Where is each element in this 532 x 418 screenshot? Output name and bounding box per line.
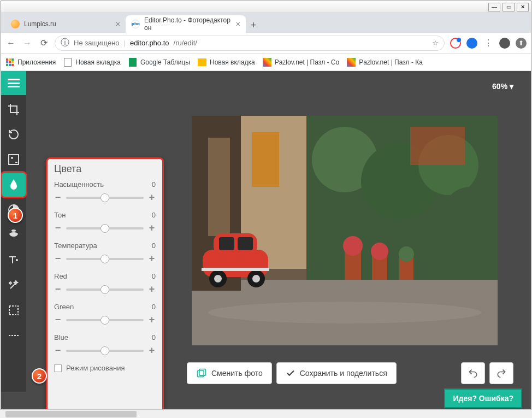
colors-tool[interactable] [2, 173, 26, 197]
slider-value: 0 [152, 242, 156, 250]
svg-rect-25 [238, 237, 253, 250]
bookmark-item[interactable]: Pazlov.net | Пазл - Ка [347, 58, 423, 67]
slider-label: Температура [54, 242, 97, 250]
change-photo-button[interactable]: Сменить фото [187, 362, 272, 384]
address-bar: ← → ⟳ ⓘ Не защищено | editor.pho.to/ru/e… [1, 33, 531, 54]
menu-dots-icon[interactable]: ⋮ [483, 38, 494, 49]
new-tab-button[interactable]: + [246, 17, 261, 33]
text-tool[interactable] [2, 248, 26, 272]
svg-point-31 [208, 302, 481, 323]
slider-value: 0 [152, 272, 156, 280]
menu-button[interactable] [1, 71, 26, 95]
tab-lumpics[interactable]: Lumpics.ru × [5, 15, 126, 33]
url-field[interactable]: ⓘ Не защищено | editor.pho.to/ru/edit/ ☆ [55, 36, 445, 51]
frame-tool[interactable] [2, 298, 26, 322]
minus-button[interactable]: − [54, 345, 62, 356]
scrollbar-thumb[interactable] [5, 411, 137, 417]
bookmark-item[interactable]: Новая вкладка [198, 58, 255, 67]
minus-button[interactable]: − [54, 192, 62, 203]
svg-point-19 [343, 236, 363, 256]
svg-point-20 [371, 243, 388, 260]
plus-button[interactable]: + [148, 314, 156, 326]
undo-button[interactable] [461, 362, 485, 384]
slider-thumb[interactable] [101, 285, 109, 294]
slider-thumb[interactable] [101, 224, 109, 233]
saturation-slider[interactable] [66, 197, 144, 199]
plus-button[interactable]: + [148, 222, 156, 234]
svg-rect-3 [9, 306, 18, 315]
bookmark-item[interactable]: Pazlov.net | Пазл - Со [263, 58, 339, 67]
hue-slider[interactable] [66, 227, 144, 229]
drawing-mode-checkbox[interactable] [54, 364, 62, 372]
hamburger-icon [8, 79, 20, 87]
svg-rect-30 [202, 268, 269, 271]
slider-thumb[interactable] [101, 346, 109, 355]
save-share-button[interactable]: Сохранить и поделиться [276, 362, 397, 384]
photo-canvas[interactable] [192, 116, 498, 345]
effects-tool[interactable] [2, 273, 26, 297]
callout-marker-2: 2 [32, 368, 47, 384]
stickers-tool[interactable] [2, 223, 26, 247]
exposure-tool[interactable] [2, 148, 26, 172]
minus-button[interactable]: − [54, 222, 62, 234]
bookmarks-bar: Приложения Новая вкладка Google Таблицы … [1, 54, 531, 71]
profile-avatar-icon[interactable] [499, 38, 510, 49]
canvas-area [165, 82, 513, 357]
slider-label: Red [54, 272, 67, 280]
green-slider[interactable] [66, 319, 144, 321]
minus-button[interactable]: − [54, 253, 62, 264]
upload-extension-icon[interactable]: ⬆ [516, 38, 527, 49]
bookmark-star-icon[interactable]: ☆ [432, 39, 439, 47]
more-tool[interactable] [2, 323, 26, 348]
horizontal-scrollbar[interactable] [0, 409, 532, 418]
minus-button[interactable]: − [54, 284, 62, 295]
slider-thumb[interactable] [101, 255, 109, 263]
slider-label: Green [54, 303, 74, 311]
reload-button[interactable]: ⟳ [38, 38, 49, 49]
svg-point-27 [214, 275, 222, 282]
browser-tabstrip: Lumpics.ru × pho Editor.Pho.to - Фоторед… [1, 13, 531, 33]
redo-button[interactable] [489, 362, 513, 384]
close-icon[interactable]: × [236, 20, 240, 28]
url-host: editor.pho.to [130, 39, 169, 47]
bookmark-item[interactable]: Новая вкладка [63, 58, 121, 67]
red-slider[interactable] [66, 289, 144, 291]
window-close-button[interactable]: ✕ [517, 3, 529, 11]
blue-slider[interactable] [66, 350, 144, 352]
rotate-tool[interactable] [2, 122, 26, 146]
slider-thumb[interactable] [101, 316, 109, 325]
undo-redo-group [461, 362, 513, 384]
apps-button[interactable]: Приложения [5, 58, 56, 67]
plus-button[interactable]: + [148, 253, 156, 264]
back-button[interactable]: ← [5, 38, 16, 49]
temperature-slider[interactable] [66, 258, 144, 260]
photos-icon [196, 368, 207, 379]
plus-button[interactable]: + [148, 345, 156, 356]
plus-button[interactable]: + [148, 192, 156, 203]
slider-thumb[interactable] [101, 193, 109, 202]
svg-point-2 [11, 229, 16, 232]
tab-editor[interactable]: pho Editor.Pho.to - Фоторедактор он × [126, 15, 246, 33]
svg-rect-9 [252, 132, 279, 187]
window-titlebar: — ▭ ✕ [1, 1, 531, 13]
close-icon[interactable]: × [116, 20, 120, 28]
forward-button[interactable]: → [22, 38, 33, 49]
callout-marker-1: 1 [8, 208, 23, 223]
window-maximize-button[interactable]: ▭ [503, 3, 515, 11]
svg-rect-24 [219, 237, 234, 250]
slider-label: Blue [54, 333, 68, 342]
check-icon [286, 368, 295, 378]
bookmark-item[interactable]: Google Таблицы [128, 58, 190, 67]
tab-label: Lumpics.ru [24, 20, 56, 28]
feedback-button[interactable]: Идея? Ошибка? [444, 388, 522, 408]
globe-extension-icon[interactable] [466, 38, 477, 49]
crop-tool[interactable] [2, 97, 26, 121]
plus-button[interactable]: + [148, 284, 156, 295]
minus-button[interactable]: − [54, 314, 62, 326]
info-icon: ⓘ [61, 37, 69, 49]
left-toolbar [1, 95, 26, 392]
drawing-mode-label: Режим рисования [66, 364, 125, 372]
svg-point-29 [252, 275, 260, 282]
window-minimize-button[interactable]: — [488, 3, 500, 11]
opera-extension-icon[interactable] [450, 38, 461, 49]
